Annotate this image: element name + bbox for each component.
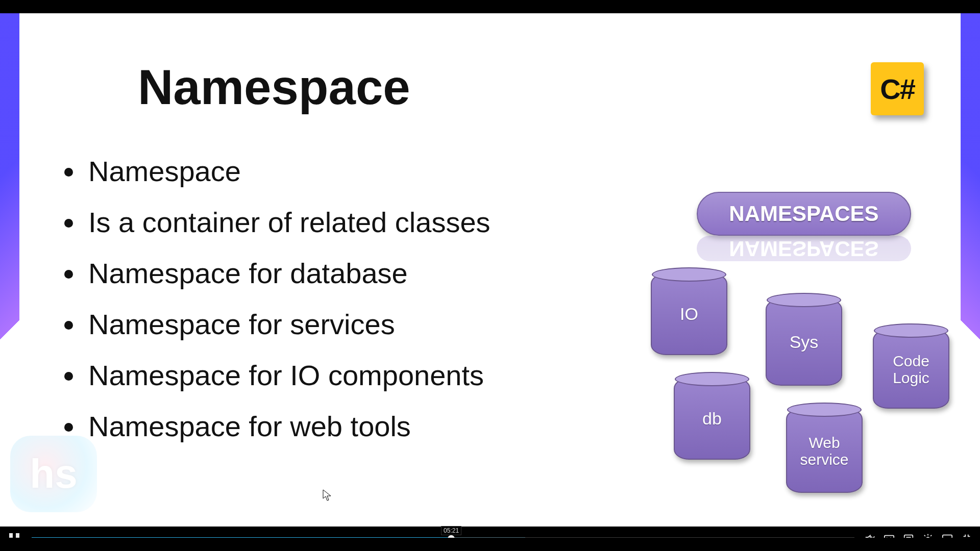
cylinder-sys-label: Sys	[785, 333, 824, 352]
bullet-item: Is a container of related classes	[85, 197, 590, 248]
diagram-header-text: NAMESPACES	[729, 202, 878, 226]
diagram-header-reflection: NAMESPACES	[697, 236, 911, 261]
cylinder-io: IO	[651, 273, 727, 355]
cylinder-sys: Sys	[766, 299, 842, 386]
namespaces-diagram: NAMESPACES NAMESPACES IO Sys Code Logic …	[646, 192, 962, 518]
cylinder-db-label: db	[697, 409, 727, 428]
slide-title: Namespace	[138, 59, 410, 115]
channel-watermark-icon: hs	[10, 436, 97, 512]
bullet-item: Namespace for database	[85, 248, 590, 299]
cylinder-io-label: IO	[675, 305, 703, 323]
cylinder-db: db	[674, 378, 750, 460]
video-frame: Namespace C# Namespace Is a container of…	[0, 0, 980, 551]
csharp-logo-text: C#	[880, 72, 915, 106]
decor-right-stripe	[961, 13, 980, 538]
watermark-text: hs	[30, 450, 77, 497]
diagram-header-pill: NAMESPACES	[697, 192, 911, 236]
bullet-item: Namespace for services	[85, 299, 590, 350]
csharp-logo-icon: C#	[871, 62, 924, 115]
letterbox-top	[0, 0, 980, 13]
cylinder-code-label: Code Logic	[873, 353, 949, 386]
cylinder-code-logic: Code Logic	[873, 330, 949, 409]
bullet-item: Namespace for IO components	[85, 350, 590, 401]
cylinder-web-service: Web service	[786, 409, 863, 493]
letterbox-bottom	[0, 538, 980, 551]
slide: Namespace C# Namespace Is a container of…	[0, 13, 980, 538]
progress-time-tooltip: 05:21	[441, 526, 461, 535]
cylinder-web-label: Web service	[786, 434, 863, 468]
bullet-item: Namespace	[85, 146, 590, 197]
bullet-list: Namespace Is a container of related clas…	[59, 146, 590, 452]
bullet-item: Namespace for web tools	[85, 401, 590, 452]
mouse-cursor-icon	[323, 489, 332, 502]
